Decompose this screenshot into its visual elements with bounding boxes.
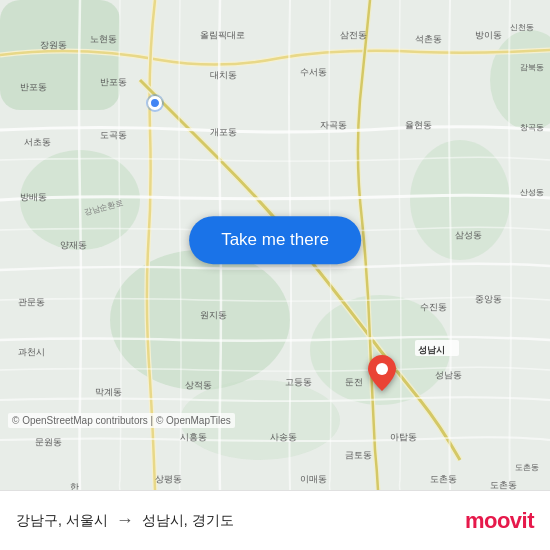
svg-text:성남시: 성남시 <box>418 345 445 355</box>
svg-text:한: 한 <box>70 482 79 490</box>
svg-text:수진동: 수진동 <box>420 302 447 312</box>
svg-text:상적동: 상적동 <box>185 380 212 390</box>
svg-text:방이동: 방이동 <box>475 30 502 40</box>
svg-text:과천시: 과천시 <box>18 347 45 357</box>
route-info: 강남구, 서울시 → 성남시, 경기도 <box>16 510 234 531</box>
svg-text:관문동: 관문동 <box>18 297 45 307</box>
svg-text:고등동: 고등동 <box>285 377 312 387</box>
svg-text:장원동: 장원동 <box>40 40 67 50</box>
destination-pin <box>368 355 396 395</box>
svg-text:반포동: 반포동 <box>20 82 47 92</box>
map-container: 장원동 노현동 올림픽대로 삼전동 석촌동 방이동 신천동 반포동 반포동 대치… <box>0 0 550 490</box>
svg-text:시흥동: 시흥동 <box>180 432 207 442</box>
origin-marker <box>148 96 162 110</box>
svg-text:삼성동: 삼성동 <box>455 230 482 240</box>
svg-text:도촌동: 도촌동 <box>430 474 457 484</box>
right-arrow-icon: → <box>116 510 134 531</box>
bottom-bar: 강남구, 서울시 → 성남시, 경기도 moovit <box>0 490 550 550</box>
svg-text:대치동: 대치동 <box>210 70 237 80</box>
svg-text:상평동: 상평동 <box>155 474 182 484</box>
moovit-brand-name: moovit <box>465 508 534 534</box>
svg-text:율현동: 율현동 <box>405 120 432 130</box>
svg-text:석촌동: 석촌동 <box>415 34 442 44</box>
take-me-there-button[interactable]: Take me there <box>189 216 361 264</box>
svg-text:삼전동: 삼전동 <box>340 30 367 40</box>
svg-text:개포동: 개포동 <box>210 127 237 137</box>
svg-text:성남동: 성남동 <box>435 370 462 380</box>
svg-point-55 <box>376 363 388 375</box>
svg-text:도촌동: 도촌동 <box>515 463 539 472</box>
svg-text:막계동: 막계동 <box>95 387 122 397</box>
svg-text:원지동: 원지동 <box>200 310 227 320</box>
svg-text:이매동: 이매동 <box>300 474 327 484</box>
svg-text:도곡동: 도곡동 <box>100 130 127 140</box>
svg-text:아탑동: 아탑동 <box>390 432 417 442</box>
svg-text:도촌동: 도촌동 <box>490 480 517 490</box>
svg-text:서초동: 서초동 <box>24 137 51 147</box>
svg-text:문원동: 문원동 <box>35 437 62 447</box>
svg-text:사송동: 사송동 <box>270 432 297 442</box>
svg-text:자곡동: 자곡동 <box>320 120 347 130</box>
svg-text:수서동: 수서동 <box>300 67 327 77</box>
map-attribution: © OpenStreetMap contributors | © OpenMap… <box>8 413 235 428</box>
svg-text:신천동: 신천동 <box>510 23 534 32</box>
svg-text:산성동: 산성동 <box>520 188 544 197</box>
origin-label: 강남구, 서울시 <box>16 512 108 530</box>
svg-text:올림픽대로: 올림픽대로 <box>200 30 245 40</box>
svg-text:노현동: 노현동 <box>90 34 117 44</box>
svg-text:창곡동: 창곡동 <box>520 123 544 132</box>
svg-text:금토동: 금토동 <box>345 450 372 460</box>
svg-text:감북동: 감북동 <box>520 63 544 72</box>
svg-text:양재동: 양재동 <box>60 240 87 250</box>
svg-text:중앙동: 중앙동 <box>475 294 502 304</box>
svg-text:둔전: 둔전 <box>345 377 363 387</box>
svg-text:방배동: 방배동 <box>20 192 47 202</box>
moovit-logo: moovit <box>465 508 534 534</box>
destination-label: 성남시, 경기도 <box>142 512 234 530</box>
svg-text:반포동: 반포동 <box>100 77 127 87</box>
